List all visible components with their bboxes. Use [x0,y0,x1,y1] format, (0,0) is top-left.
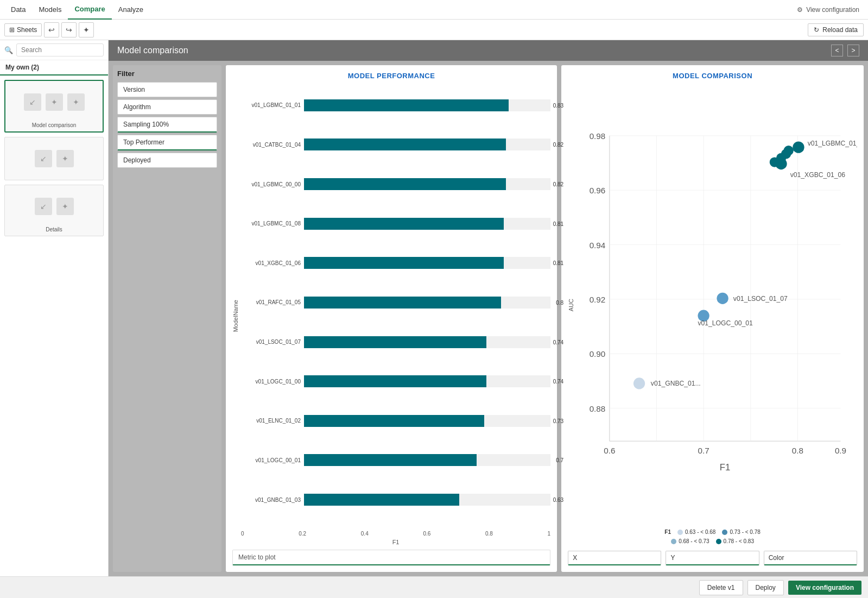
filter-version[interactable]: Version [117,82,217,97]
bar-value-label: 0.82 [553,181,563,187]
bar-label: v01_RAFC_01_05 [241,299,301,305]
bar-value-label: 0.81 [553,221,563,226]
sidebar: 🔍 My own (2) ↙ ✦ ✦ Model comparison ↙ ✦ [0,40,109,576]
bar-row: v01_XGBC_01_060.81 [241,257,550,269]
filter-algorithm[interactable]: Algorithm [117,99,217,115]
sheets-icon: ⊞ [9,26,15,34]
bar-value-label: 0.7 [556,457,563,463]
bar-track[interactable]: 0.74 [304,336,550,348]
bar-fill [304,375,486,387]
legend-label-3: 0.78 - < 0.83 [724,538,754,544]
x-axis-input[interactable] [568,551,661,565]
bar-value-label: 0.74 [553,379,563,385]
deploy-button[interactable]: Deploy [747,580,784,595]
svg-text:0.96: 0.96 [590,186,606,195]
filter-title: Filter [117,70,217,78]
bar-track[interactable]: 0.82 [304,178,550,190]
bar-track[interactable]: 0.81 [304,218,550,230]
sheets-label: Sheets [17,26,37,34]
scatter-point-lsoc[interactable] [717,293,728,304]
scatter-chart-panel: MODEL COMPARISON AUC [561,65,864,572]
bar-track[interactable]: 0.63 [304,494,550,506]
page-header-nav: < > [831,45,859,56]
bar-track[interactable]: 0.74 [304,375,550,387]
thumbnail-inner-1: ↙ ✦ ✦ [8,83,100,121]
page-prev-button[interactable]: < [831,45,843,56]
bar-track[interactable]: 0.82 [304,139,550,150]
bar-row: v01_LGBMC_01_010.83 [241,99,550,111]
y-axis-input[interactable] [666,551,759,565]
bar-fill [304,257,504,269]
metric-to-plot[interactable]: Metric to plot [232,550,550,565]
page-next-button[interactable]: > [847,45,859,56]
bar-track[interactable]: 0.8 [304,297,550,309]
bar-track[interactable]: 0.73 [304,415,550,427]
bar-label: v01_LGBMC_01_01 [241,102,301,108]
scatter-chart-svg: 0.98 0.96 0.94 0.92 0.90 0.88 0.6 0.7 0.… [576,86,857,524]
bottom-view-config-button[interactable]: View configuration [788,581,861,595]
sidebar-item-2[interactable]: ↙ ✦ [4,137,104,180]
scatter-point-rafc[interactable] [770,157,780,167]
reload-button[interactable]: ↻ Reload data [808,23,864,36]
bar-fill [304,297,501,309]
bars-and-labels: v01_LGBMC_01_010.83v01_CATBC_01_040.82v0… [241,86,550,545]
main-layout: 🔍 My own (2) ↙ ✦ ✦ Model comparison ↙ ✦ [0,40,868,576]
filter-top-performer[interactable]: Top Performer [117,135,217,150]
search-input[interactable] [16,43,104,56]
bottom-toolbar: Delete v1 Deploy View configuration [0,576,868,598]
bar-row: v01_GNBC_01_030.63 [241,494,550,506]
bar-row: v01_LOGC_01_000.74 [241,375,550,387]
toolbar-btn-3[interactable]: ✦ [79,22,94,37]
color-axis-input[interactable] [764,551,857,565]
x-label-8: 0.8 [485,531,493,537]
bar-chart-area: ModelName v01_LGBMC_01_010.83v01_CATBC_0… [232,86,550,545]
sidebar-item-details[interactable]: ↙ ✦ Details [4,185,104,236]
legend-item-0: 0.63 - < 0.68 [677,529,715,535]
delete-button[interactable]: Delete v1 [699,580,743,595]
toolbar-btn-2[interactable]: ↪ [61,22,77,37]
bar-track[interactable]: 0.83 [304,99,550,111]
bar-track[interactable]: 0.81 [304,257,550,269]
nav-models[interactable]: Models [32,0,68,20]
legend-item-2: 0.73 - < 0.78 [722,529,760,535]
x-label-10: 1 [548,531,551,537]
bar-label: v01_GNBC_01_03 [241,497,301,503]
search-box: 🔍 [0,40,108,60]
thumb-icon-1a: ↙ [24,93,41,111]
bar-value-label: 0.63 [553,497,563,503]
bar-label: v01_LGBMC_01_08 [241,221,301,226]
filter-sampling[interactable]: Sampling 100% [117,117,217,133]
svg-text:v01_GNBC_01...: v01_GNBC_01... [651,380,701,387]
toolbar-btn-1[interactable]: ↩ [44,22,59,37]
svg-text:0.6: 0.6 [604,446,615,455]
sheets-button[interactable]: ⊞ Sheets [4,23,42,36]
nav-compare[interactable]: Compare [68,0,111,20]
bar-fill [304,218,504,230]
thumbnail-label-1: Model comparison [8,121,100,129]
nav-data[interactable]: Data [4,0,32,20]
sidebar-item-model-comparison[interactable]: ↙ ✦ ✦ Model comparison [4,80,104,133]
legend-dot-2 [722,530,727,535]
thumb-icon-1b: ✦ [46,93,63,111]
legend-row: F1 0.63 - < 0.68 0.73 - < 0.78 [568,529,857,535]
bar-track[interactable]: 0.7 [304,454,550,466]
bar-label: v01_XGBC_01_06 [241,260,301,266]
bar-rows: v01_LGBMC_01_010.83v01_CATBC_01_040.82v0… [241,86,550,530]
scatter-point-gnbc[interactable] [633,377,645,389]
scatter-y-axis-title: AUC [568,299,574,311]
svg-text:0.92: 0.92 [590,295,606,304]
top-view-config-button[interactable]: ⚙ View configuration [793,4,864,16]
nav-analyze[interactable]: Analyze [112,0,150,20]
config-icon: ⚙ [797,6,803,14]
bar-chart-title: MODEL PERFORMANCE [232,72,550,80]
bar-chart-panel: MODEL PERFORMANCE ModelName v01_LGBMC_01… [226,65,557,572]
bar-value-label: 0.8 [556,299,563,305]
filter-deployed[interactable]: Deployed [117,153,217,168]
scatter-point-lgbmc01[interactable] [793,142,804,153]
x-axis-title: F1 [241,539,550,545]
sidebar-section-title: My own (2) [0,60,108,75]
legend-item-1: 0.68 - < 0.73 [671,538,709,544]
bar-row: v01_RAFC_01_050.8 [241,297,550,309]
svg-text:0.9: 0.9 [835,446,846,455]
bar-row: v01_LGBMC_00_000.82 [241,178,550,190]
